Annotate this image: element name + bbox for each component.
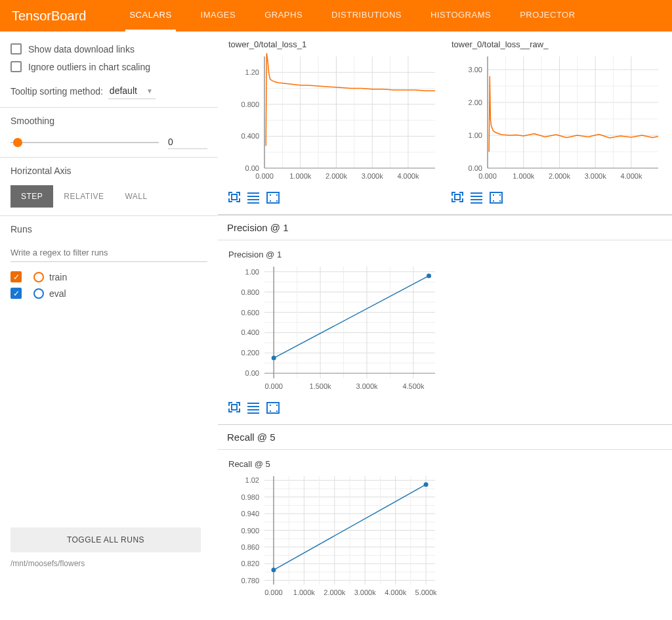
svg-text:0.00: 0.00 (469, 164, 482, 172)
label-smoothing: Smoothing (10, 116, 207, 126)
header: TensorBoard SCALARSIMAGESGRAPHSDISTRIBUT… (0, 0, 672, 32)
chart-title: Recall @ 5 (228, 459, 662, 469)
divider (0, 157, 218, 158)
tab-images[interactable]: IMAGES (197, 0, 240, 32)
svg-text:2.00: 2.00 (469, 99, 482, 106)
label-tooltip-sorting: Tooltip sorting method: (10, 86, 103, 97)
runs-list: ✓train✓eval (10, 271, 207, 299)
slider-thumb-icon (13, 138, 22, 147)
svg-text:0.400: 0.400 (241, 132, 259, 140)
axis-btn-step[interactable]: STEP (10, 185, 53, 208)
axis-btn-relative[interactable]: RELATIVE (53, 185, 114, 208)
svg-text:4.000k: 4.000k (620, 172, 642, 180)
fit-icon[interactable] (266, 402, 280, 414)
chart-canvas: 0.000.4000.8001.200.0001.000k2.000k3.000… (228, 53, 438, 185)
list-icon[interactable] (470, 192, 483, 204)
main-content: tower_0/total_loss_1 0.000.4000.8001.200… (218, 32, 672, 603)
tooltip-sorting-select[interactable]: default (108, 83, 156, 99)
divider (0, 107, 218, 108)
checkbox-icon (10, 61, 22, 72)
label-horizontal-axis: Horizontal Axis (10, 166, 207, 176)
chart-title: tower_0/total_loss__raw_ (452, 39, 662, 49)
svg-text:2.000k: 2.000k (326, 172, 348, 180)
svg-text:3.000k: 3.000k (356, 382, 378, 390)
radio-icon (33, 272, 44, 282)
chart-total-loss-raw: tower_0/total_loss__raw_ 0.001.002.003.0… (452, 39, 662, 204)
svg-text:3.000k: 3.000k (585, 172, 607, 180)
svg-text:3.000k: 3.000k (354, 588, 377, 596)
fullscreen-icon[interactable] (228, 402, 240, 412)
svg-point-124 (271, 567, 276, 572)
fit-icon[interactable] (490, 192, 503, 204)
svg-text:1.02: 1.02 (245, 476, 259, 484)
smoothing-slider[interactable] (10, 136, 159, 149)
checkbox-ignore-outliers[interactable]: Ignore outliers in chart scaling (10, 61, 207, 72)
axis-btn-wall[interactable]: WALL (114, 185, 158, 208)
svg-text:1.000k: 1.000k (513, 172, 535, 180)
svg-text:0.780: 0.780 (241, 577, 259, 585)
svg-text:1.00: 1.00 (469, 131, 482, 139)
checkbox-icon: ✓ (10, 288, 22, 299)
list-icon[interactable] (247, 402, 260, 414)
svg-text:0.000: 0.000 (264, 588, 283, 596)
svg-text:0.820: 0.820 (241, 560, 259, 567)
svg-text:0.600: 0.600 (241, 309, 259, 317)
group-header-precision[interactable]: Precision @ 1 (218, 215, 672, 240)
svg-point-85 (427, 273, 431, 278)
group-header-recall[interactable]: Recall @ 5 (218, 424, 672, 450)
chart-canvas: 0.001.002.003.000.0001.000k2.000k3.000k4… (452, 53, 662, 185)
chart-canvas: 0.7800.8200.8600.9000.9400.9801.020.0001… (228, 473, 438, 601)
tab-scalars[interactable]: SCALARS (125, 0, 175, 32)
svg-text:0.000: 0.000 (264, 382, 283, 390)
run-row-train[interactable]: ✓train (10, 271, 207, 282)
svg-text:0.900: 0.900 (241, 527, 259, 535)
radio-icon (33, 288, 44, 299)
list-icon[interactable] (247, 192, 260, 204)
svg-text:1.000k: 1.000k (289, 172, 312, 180)
checkbox-icon (10, 43, 22, 55)
svg-point-125 (424, 482, 429, 487)
smoothing-value-input[interactable] (168, 135, 207, 149)
svg-text:0.980: 0.980 (241, 493, 259, 501)
label-show-download: Show data download links (28, 44, 135, 55)
label-ignore-outliers: Ignore outliers in chart scaling (28, 62, 150, 72)
tooltip-sorting-row: Tooltip sorting method: default ▼ (10, 83, 207, 99)
log-path: /mnt/moosefs/flowers (10, 559, 207, 568)
runs-filter-input[interactable] (10, 244, 207, 262)
svg-text:0.800: 0.800 (241, 288, 259, 296)
chart-canvas: 0.000.2000.4000.6000.8001.000.0001.500k3… (228, 263, 438, 395)
chart-title: tower_0/total_loss_1 (228, 39, 438, 49)
svg-text:0.00: 0.00 (245, 164, 259, 172)
run-label: eval (49, 288, 66, 299)
axis-buttons: STEPRELATIVEWALL (10, 185, 207, 208)
tab-projector[interactable]: PROJECTOR (516, 0, 579, 32)
chart-total-loss-1: tower_0/total_loss_1 0.000.4000.8001.200… (228, 39, 438, 204)
label-runs: Runs (10, 224, 207, 234)
run-row-eval[interactable]: ✓eval (10, 288, 207, 299)
chart-title: Precision @ 1 (228, 250, 662, 259)
toggle-all-runs-button[interactable]: TOGGLE ALL RUNS (10, 527, 201, 552)
svg-text:0.940: 0.940 (241, 510, 259, 518)
svg-text:0.200: 0.200 (241, 349, 259, 357)
fullscreen-icon[interactable] (228, 192, 240, 202)
fullscreen-icon[interactable] (452, 192, 463, 202)
tab-distributions[interactable]: DISTRIBUTIONS (327, 0, 406, 32)
svg-text:0.400: 0.400 (241, 328, 259, 336)
svg-text:1.20: 1.20 (245, 68, 259, 76)
fit-icon[interactable] (266, 192, 280, 204)
chart-toolbar (228, 402, 662, 414)
tab-histograms[interactable]: HISTOGRAMS (427, 0, 495, 32)
checkbox-show-download[interactable]: Show data download links (10, 43, 207, 55)
svg-text:5.000k: 5.000k (415, 588, 438, 596)
checkbox-icon: ✓ (10, 271, 22, 282)
svg-text:3.000k: 3.000k (362, 172, 384, 180)
tabs: SCALARSIMAGESGRAPHSDISTRIBUTIONSHISTOGRA… (125, 0, 579, 32)
sidebar: Show data download links Ignore outliers… (0, 32, 218, 603)
chart-toolbar (452, 192, 662, 204)
svg-point-84 (272, 356, 276, 361)
tab-graphs[interactable]: GRAPHS (261, 0, 306, 32)
divider (0, 215, 218, 216)
svg-text:0.000: 0.000 (478, 172, 497, 180)
svg-text:1.500k: 1.500k (310, 382, 332, 390)
svg-text:1.000k: 1.000k (293, 588, 316, 596)
